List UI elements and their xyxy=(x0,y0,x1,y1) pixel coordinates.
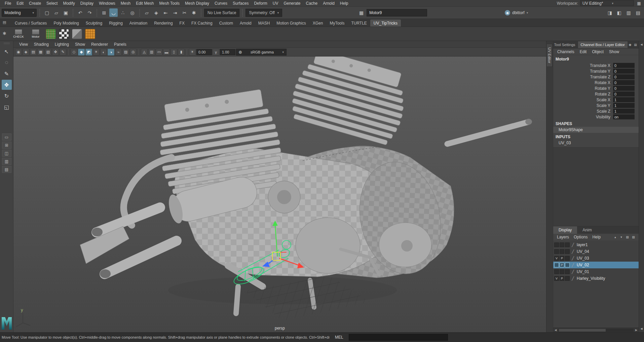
shelf-tab[interactable]: MASH xyxy=(255,20,273,27)
channel-box-menu-item[interactable]: Show xyxy=(606,49,622,55)
command-language-toggle[interactable]: MEL xyxy=(332,334,346,340)
layer-editor-tab[interactable]: Display xyxy=(553,226,577,234)
layer-editor-tab[interactable]: Anim xyxy=(577,226,597,234)
select-tool[interactable]: ↖ xyxy=(2,46,12,56)
attribute-editor-toggle-icon[interactable]: ◨ xyxy=(606,8,614,17)
gamma-icon[interactable]: γ xyxy=(213,49,219,55)
scrollbar-thumb[interactable] xyxy=(559,329,606,332)
channel-label[interactable]: Visibility xyxy=(553,115,613,119)
layer-visibility-toggle[interactable] xyxy=(554,263,559,267)
pin-panel-icon[interactable]: ◉ xyxy=(628,42,633,47)
toolbox-grip[interactable] xyxy=(4,43,10,44)
shaded-icon[interactable]: ◆ xyxy=(78,49,85,55)
tool-settings-toggle-icon[interactable]: ◧ xyxy=(615,8,623,17)
uv-snapshot-icon[interactable] xyxy=(46,29,56,39)
shelf-tab[interactable]: Curves / Surfaces xyxy=(11,20,50,27)
layer-editor-menu-item[interactable]: Options xyxy=(571,234,590,240)
menu-item[interactable]: Create xyxy=(26,0,44,6)
move-layer-up-icon[interactable]: ▴ xyxy=(613,235,618,240)
panel-menu-item[interactable]: Shading xyxy=(31,42,52,47)
paint-select-tool[interactable]: ✎ xyxy=(2,69,12,79)
channel-value-field[interactable]: 0 xyxy=(613,91,635,97)
menu-item[interactable]: Deform xyxy=(251,0,270,6)
menu-item[interactable]: Curves xyxy=(212,0,230,6)
motor-shelf-button[interactable]: Motor xyxy=(29,29,43,38)
multisample-icon[interactable]: ▨ xyxy=(122,49,129,55)
menu-item[interactable]: Mesh Display xyxy=(182,0,212,6)
channel-value-field[interactable]: 1 xyxy=(613,97,635,102)
layer-color-swatch[interactable] xyxy=(565,249,570,254)
rename-field-icon[interactable]: ▦ xyxy=(357,8,366,17)
layer-row[interactable]: ╱ layer1 xyxy=(553,241,639,248)
menu-item[interactable]: File xyxy=(2,0,14,6)
layer-horizontal-scrollbar[interactable]: ◀ ▶ xyxy=(553,328,639,332)
menu-item[interactable]: Cache xyxy=(303,0,320,6)
uv-editor-tab[interactable]: UV Editor xyxy=(547,44,553,67)
channel-box-menu-item[interactable]: Object xyxy=(589,49,606,55)
screen-space-ao-icon[interactable]: ◑ xyxy=(108,49,114,55)
panel-menu-item[interactable]: Lighting xyxy=(52,42,72,47)
wireframe-icon[interactable]: ◇ xyxy=(71,49,77,55)
toolbar-grip[interactable] xyxy=(201,9,201,16)
menu-item[interactable]: Help xyxy=(337,0,351,6)
layer-color-swatch[interactable] xyxy=(565,263,570,267)
shelf-tab[interactable]: Rendering xyxy=(151,20,176,27)
shelf-tab[interactable]: Custom xyxy=(216,20,236,27)
camera-attributes-icon[interactable]: ▤ xyxy=(30,49,37,55)
modeling-toolkit-toggle-icon[interactable]: ▤ xyxy=(634,8,642,17)
channel-value-field[interactable]: 1 xyxy=(613,103,635,108)
layer-visibility-toggle[interactable] xyxy=(554,249,559,254)
channel-label[interactable]: Scale Y xyxy=(553,103,613,108)
select-camera-icon[interactable]: ◉ xyxy=(15,49,22,55)
layer-row[interactable]: ╱ UV_01 xyxy=(553,268,639,275)
bookmarks-icon[interactable]: ▦ xyxy=(37,49,44,55)
shelf-tab[interactable]: TURTLE xyxy=(348,20,370,27)
move-layer-down-icon[interactable]: ▾ xyxy=(619,235,624,240)
colorspace-selector[interactable]: ◍ sRGB gamma ▾ xyxy=(236,49,287,55)
scroll-right-icon[interactable]: ▶ xyxy=(634,329,639,332)
input-connections-icon[interactable]: ⇤ xyxy=(161,8,170,17)
open-scene-icon[interactable]: ▱ xyxy=(52,8,61,17)
channel-value-field[interactable]: 0 xyxy=(613,80,635,85)
menu-item[interactable]: Arnold xyxy=(320,0,337,6)
live-surface-field[interactable]: No Live Surface xyxy=(204,9,239,17)
layer-editor-menu-item[interactable]: Layers xyxy=(555,234,571,240)
layer-visibility-toggle[interactable] xyxy=(554,242,559,247)
four-pane-layout-button[interactable]: ⊞ xyxy=(2,142,11,149)
toolbar-grip[interactable] xyxy=(73,9,73,16)
input-node-item[interactable]: UV_03 xyxy=(553,140,639,146)
snap-to-grids-icon[interactable]: ⊞ xyxy=(100,8,108,17)
uv-lattice-icon[interactable] xyxy=(85,29,95,39)
menu-item[interactable]: Select xyxy=(44,0,60,6)
tab-channel-box[interactable]: Channel Box / Layer Editor xyxy=(578,41,628,48)
toolbar-grip[interactable] xyxy=(39,9,40,16)
menu-item[interactable]: Modify xyxy=(60,0,77,6)
shelf-tab[interactable]: Motion Graphics xyxy=(273,20,309,27)
channel-value-field[interactable]: 0 xyxy=(613,74,635,79)
channel-box-menu-item[interactable]: Edit xyxy=(577,49,590,55)
2d-pan-zoom-icon[interactable]: ✥ xyxy=(52,49,59,55)
shelf-editor-icon[interactable]: ✱ xyxy=(3,31,6,36)
channel-label[interactable]: Rotate Z xyxy=(553,92,613,97)
textured-icon[interactable]: ◩ xyxy=(85,49,92,55)
shelf-tab[interactable]: Arnold xyxy=(236,20,255,27)
menu-item[interactable]: Mesh xyxy=(118,0,133,6)
channel-object-name[interactable]: Motor9 xyxy=(553,56,639,63)
snap-to-projected-center-icon[interactable]: ◎ xyxy=(128,8,137,17)
workspace-options-icon[interactable]: ▦ xyxy=(636,1,642,6)
snap-to-view-planes-icon[interactable]: ▱ xyxy=(143,8,151,17)
move-tool[interactable]: ✥ xyxy=(2,80,12,90)
panel-menu-item[interactable]: View xyxy=(16,42,31,47)
menu-item[interactable]: Surfaces xyxy=(230,0,251,6)
layer-playback-toggle[interactable]: P xyxy=(560,276,564,281)
layer-row[interactable]: V P ╱ UV_03 xyxy=(553,255,639,262)
redo-icon[interactable]: ↷ xyxy=(85,8,94,17)
check-shelf-button[interactable]: CHECK xyxy=(11,29,26,38)
snap-to-curves-icon[interactable]: ◡ xyxy=(109,8,118,17)
layer-row[interactable]: P ╱ UV_02 xyxy=(553,262,639,268)
layer-row[interactable]: ╱ UV_04 xyxy=(553,248,639,255)
channel-label[interactable]: Scale X xyxy=(553,98,613,102)
toolbar-grip[interactable] xyxy=(242,9,243,16)
image-plane-icon[interactable]: ▧ xyxy=(45,49,51,55)
render-settings-icon[interactable]: ✱ xyxy=(190,8,198,17)
